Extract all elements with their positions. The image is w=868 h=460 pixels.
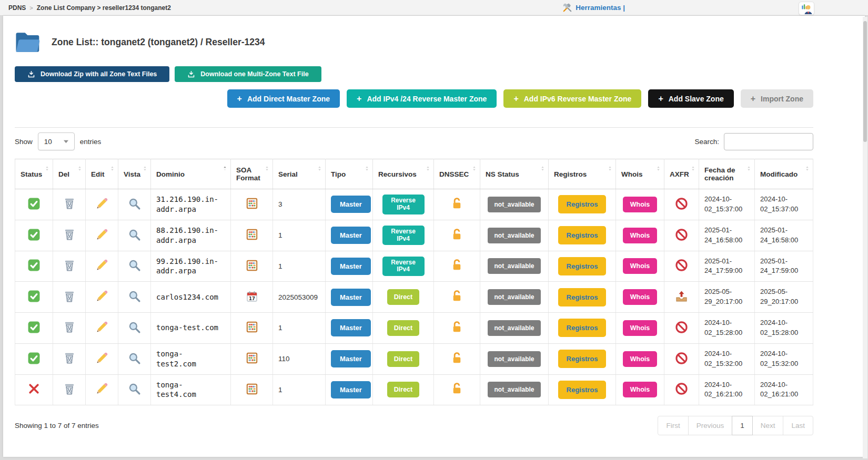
pencil-icon[interactable] [95,352,108,365]
brand-pdns[interactable]: PDNS [8,4,26,12]
prohibited-icon[interactable] [675,228,688,241]
tipo-button[interactable]: Master [331,227,371,244]
ns-status-button[interactable]: not_available [488,351,540,367]
registros-button[interactable]: Registros [558,257,607,275]
abacus-icon[interactable] [246,197,258,210]
whois-button[interactable]: Whois [623,228,658,243]
column-header-del[interactable]: Del [53,159,86,189]
abacus-icon[interactable] [246,228,258,241]
page-1-button[interactable]: 1 [732,416,753,435]
abacus-icon[interactable] [246,352,258,364]
ns-status-button[interactable]: not_available [488,197,540,212]
prohibited-icon[interactable] [675,382,688,395]
abacus-icon[interactable] [246,321,258,333]
lock-open-icon[interactable] [450,382,463,395]
recursivos-button[interactable]: Reverse IPv4 [382,226,425,246]
ns-status-button[interactable]: not_available [488,382,540,397]
registros-button[interactable]: Registros [558,350,607,368]
calendar-icon[interactable]: 17 [246,290,258,303]
prohibited-icon[interactable] [675,352,688,365]
column-header-dnssec[interactable]: DNSSEC [434,159,480,189]
whois-button[interactable]: Whois [623,197,658,212]
column-header-axfr[interactable]: AXFR [664,159,699,189]
whois-button[interactable]: Whois [623,320,658,336]
trash-icon[interactable] [63,197,76,210]
column-header-created[interactable]: Fecha de creación [699,159,755,189]
tipo-button[interactable]: Master [331,196,371,213]
recursivos-button[interactable]: Reverse IPv4 [382,257,425,277]
tipo-button[interactable]: Master [331,381,371,398]
column-header-domain[interactable]: Dominio [151,159,231,189]
pencil-icon[interactable] [95,259,108,272]
prohibited-icon[interactable] [675,197,688,210]
whois-button[interactable]: Whois [623,258,658,274]
lock-open-icon[interactable] [450,290,463,303]
scrollbar-thumb[interactable] [863,21,867,142]
column-header-vista[interactable]: Vista [118,159,151,189]
column-header-tipo[interactable]: Tipo [326,159,373,189]
lock-open-icon[interactable] [450,197,463,210]
registros-button[interactable]: Registros [558,226,607,244]
trash-icon[interactable] [63,228,76,241]
column-header-status[interactable]: Status [15,159,53,189]
column-header-modified[interactable]: Modificado [755,159,813,189]
add-ipv6-reverse-zone-button[interactable]: + Add IPv6 Reverse Master Zone [503,89,641,108]
ns-status-button[interactable]: not_available [488,258,540,274]
column-header-recursivos[interactable]: Recursivos [373,159,434,189]
breadcrumb[interactable]: Zone List Company > reseller1234 tongane… [37,4,171,12]
add-slave-zone-button[interactable]: + Add Slave Zone [648,89,733,108]
lock-open-icon[interactable] [450,259,463,272]
add-direct-master-zone-button[interactable]: + Add Direct Master Zone [227,89,340,108]
pencil-icon[interactable] [95,321,108,334]
recursivos-button[interactable]: Reverse IPv4 [382,195,425,214]
herramientas-menu[interactable]: Herramientas | [562,3,625,13]
trash-icon[interactable] [63,290,76,303]
column-header-registros[interactable]: Registros [549,159,616,189]
tipo-button[interactable]: Master [331,289,371,306]
import-zone-button[interactable]: + Import Zone [741,89,813,108]
magnifier-icon[interactable] [128,321,141,334]
tipo-button[interactable]: Master [331,350,371,367]
registros-button[interactable]: Registros [558,288,607,306]
tipo-button[interactable]: Master [331,258,371,275]
registros-button[interactable]: Registros [558,381,607,399]
pencil-icon[interactable] [95,290,108,303]
download-zip-button[interactable]: Download Zip with all Zone Text Files [15,66,169,82]
prohibited-icon[interactable] [675,321,688,334]
column-header-edit[interactable]: Edit [86,159,118,189]
column-header-ns_status[interactable]: NS Status [480,159,549,189]
search-input[interactable] [724,133,813,150]
magnifier-icon[interactable] [128,197,141,210]
pencil-icon[interactable] [95,382,108,395]
magnifier-icon[interactable] [128,228,141,241]
pencil-icon[interactable] [95,197,108,210]
trash-icon[interactable] [63,320,76,334]
lock-open-icon[interactable] [450,352,463,365]
recursivos-button[interactable]: Direct [387,289,419,305]
magnifier-icon[interactable] [128,259,141,272]
vertical-scrollbar[interactable] [863,17,867,458]
trash-icon[interactable] [63,259,76,272]
column-header-soa[interactable]: SOA Format [231,159,273,189]
tipo-button[interactable]: Master [331,319,371,336]
ns-status-button[interactable]: not_available [488,289,540,305]
user-profile-button[interactable] [799,2,814,15]
abacus-icon[interactable] [246,383,258,395]
whois-button[interactable]: Whois [623,382,658,397]
page-size-select[interactable]: 10 [38,132,75,150]
registros-button[interactable]: Registros [558,195,607,213]
lock-open-icon[interactable] [450,228,463,241]
add-ipv4-reverse-zone-button[interactable]: + Add IPv4 /24 Reverse Master Zone [347,89,497,108]
abacus-icon[interactable] [246,259,258,272]
column-header-serial[interactable]: Serial [273,159,326,189]
recursivos-button[interactable]: Direct [387,320,419,336]
magnifier-icon[interactable] [128,290,141,303]
trash-icon[interactable] [63,382,76,396]
registros-button[interactable]: Registros [558,319,607,337]
download-multizone-button[interactable]: Download one Multi-Zone Text File [175,66,321,82]
column-header-whois[interactable]: Whois [616,159,664,189]
recursivos-button[interactable]: Direct [387,351,419,367]
lock-open-icon[interactable] [450,321,463,334]
ns-status-button[interactable]: not_available [488,228,540,243]
prohibited-icon[interactable] [675,259,688,272]
